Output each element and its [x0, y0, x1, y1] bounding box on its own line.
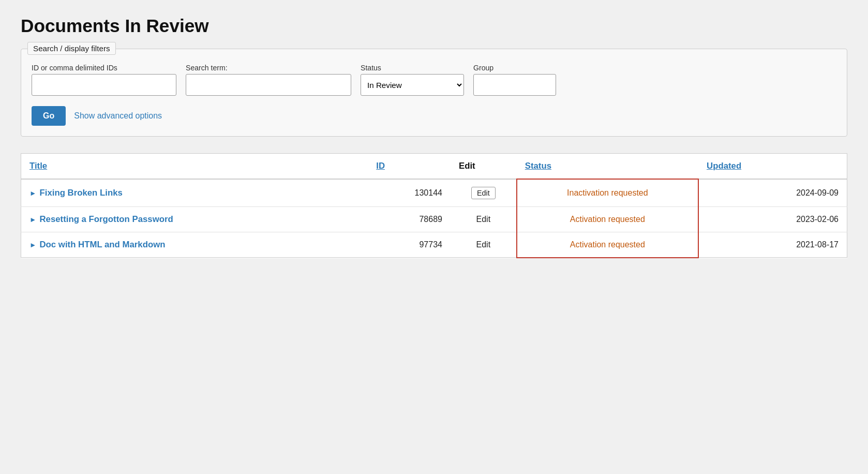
- status-text: Inactivation requested: [567, 188, 648, 197]
- filter-legend: Search / display filters: [27, 42, 116, 55]
- doc-title-link[interactable]: Resetting a Forgotton Password: [39, 214, 173, 224]
- table-body: ►Fixing Broken Links130144EditInactivati…: [21, 179, 847, 258]
- doc-id: 78689: [368, 207, 451, 232]
- doc-title-link[interactable]: Doc with HTML and Markdown: [39, 240, 165, 249]
- edit-link[interactable]: Edit: [476, 215, 491, 224]
- th-updated[interactable]: Updated: [698, 154, 847, 180]
- status-cell: Activation requested: [517, 207, 698, 232]
- status-text: Activation requested: [570, 240, 645, 249]
- status-select[interactable]: In Review All Active Inactive Pending: [361, 74, 464, 96]
- filter-fields: ID or comma delimited IDs Search term: S…: [32, 64, 836, 96]
- id-sort-link[interactable]: ID: [376, 161, 385, 171]
- edit-button[interactable]: Edit: [471, 187, 496, 199]
- table-row: ►Fixing Broken Links130144EditInactivati…: [21, 179, 847, 207]
- expand-arrow[interactable]: ►: [29, 216, 36, 224]
- edit-link[interactable]: Edit: [476, 240, 491, 249]
- results-table: Title ID Edit Status Updated ►Fixing Bro…: [21, 153, 847, 258]
- status-filter-group: Status In Review All Active Inactive Pen…: [361, 64, 464, 96]
- th-id[interactable]: ID: [368, 154, 451, 180]
- doc-id: 130144: [368, 179, 451, 207]
- status-label: Status: [361, 64, 464, 72]
- group-label: Group: [473, 64, 556, 72]
- th-title[interactable]: Title: [21, 154, 368, 180]
- expand-arrow[interactable]: ►: [29, 189, 36, 197]
- show-advanced-options-link[interactable]: Show advanced options: [74, 111, 162, 121]
- updated-date: 2021-08-17: [698, 232, 847, 258]
- id-input[interactable]: [32, 74, 176, 96]
- group-input[interactable]: All groups: [473, 74, 556, 96]
- header-row: Title ID Edit Status Updated: [21, 154, 847, 180]
- status-cell: Activation requested: [517, 232, 698, 258]
- expand-arrow[interactable]: ►: [29, 241, 36, 249]
- group-filter-group: Group All groups: [473, 64, 556, 96]
- search-label: Search term:: [186, 64, 351, 72]
- status-cell: Inactivation requested: [517, 179, 698, 207]
- filter-panel: Search / display filters ID or comma del…: [21, 49, 847, 137]
- search-filter-group: Search term:: [186, 64, 351, 96]
- table-header: Title ID Edit Status Updated: [21, 154, 847, 180]
- updated-sort-link[interactable]: Updated: [707, 161, 741, 171]
- doc-title-link[interactable]: Fixing Broken Links: [39, 188, 122, 198]
- edit-cell[interactable]: Edit: [451, 207, 517, 232]
- filter-actions: Go Show advanced options: [32, 106, 836, 126]
- id-label: ID or comma delimited IDs: [32, 64, 176, 72]
- status-text: Activation requested: [570, 215, 645, 224]
- go-button[interactable]: Go: [32, 106, 66, 126]
- th-edit: Edit: [451, 154, 517, 180]
- id-filter-group: ID or comma delimited IDs: [32, 64, 176, 96]
- page-title: Documents In Review: [21, 16, 847, 36]
- table-row: ►Resetting a Forgotton Password78689Edit…: [21, 207, 847, 232]
- table-row: ►Doc with HTML and Markdown97734EditActi…: [21, 232, 847, 258]
- th-status[interactable]: Status: [517, 154, 698, 180]
- doc-id: 97734: [368, 232, 451, 258]
- edit-cell[interactable]: Edit: [451, 179, 517, 207]
- title-sort-link[interactable]: Title: [29, 161, 47, 171]
- updated-date: 2023-02-06: [698, 207, 847, 232]
- edit-cell[interactable]: Edit: [451, 232, 517, 258]
- search-input[interactable]: [186, 74, 351, 96]
- updated-date: 2024-09-09: [698, 179, 847, 207]
- status-sort-link[interactable]: Status: [525, 161, 551, 171]
